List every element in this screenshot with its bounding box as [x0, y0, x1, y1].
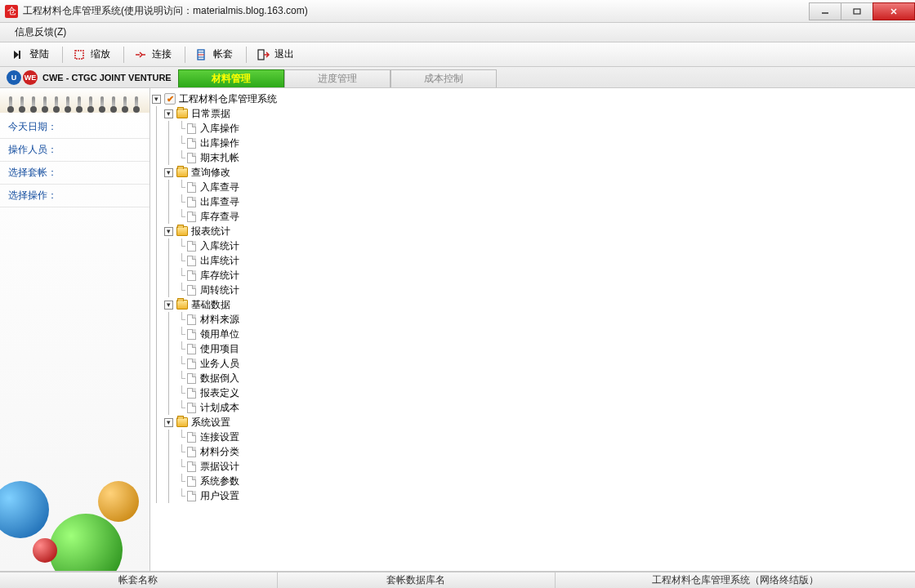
file-icon [185, 387, 197, 399]
check-icon: ✔ [164, 93, 176, 105]
tree-node-label: 出库查寻 [200, 195, 239, 209]
file-icon [185, 255, 197, 266]
status-account-name: 帐套名称 [0, 572, 278, 588]
close-button[interactable] [873, 2, 915, 20]
tree-node-label: 入库操作 [200, 122, 239, 136]
tree-item-4-3[interactable]: 系统参数 [152, 474, 913, 488]
tree-group-0[interactable]: ▾日常票据 [152, 106, 913, 121]
nav-tree[interactable]: ▾✔工程材料仓库管理系统▾日常票据入库操作出库操作期末扎帐▾查询修改入库查寻出库… [150, 88, 915, 506]
accounts-icon [195, 48, 208, 61]
tree-node-label: 系统设置 [191, 416, 230, 430]
tree-item-2-0[interactable]: 入库统计 [152, 238, 913, 253]
file-icon [185, 284, 197, 296]
minimize-button[interactable] [809, 2, 841, 20]
tabstrip: U WE CWE - CTGC JOINT VENTURE 材料管理 进度管理 … [0, 67, 915, 88]
file-icon [185, 181, 197, 193]
tree-node-label: 日常票据 [191, 107, 230, 121]
tree-group-3[interactable]: ▾基础数据 [152, 297, 913, 312]
tree-item-3-1[interactable]: 领用单位 [152, 327, 913, 341]
tree-toggle-icon[interactable]: ▾ [164, 418, 173, 427]
operator-row: 操作人员： [0, 139, 150, 162]
accounts-button[interactable]: 帐套 [190, 45, 238, 64]
tree-group-4[interactable]: ▾系统设置 [152, 415, 913, 430]
tree-node-label: 出库操作 [200, 136, 239, 150]
tree-node-label: 报表统计 [191, 225, 230, 238]
file-icon [185, 461, 197, 472]
exit-button[interactable]: 退出 [252, 45, 299, 64]
tree-toggle-icon[interactable]: ▾ [164, 301, 173, 310]
tree-node-label: 工程材料仓库管理系统 [179, 92, 277, 106]
accounts-label: 帐套 [213, 47, 233, 61]
tab-materials[interactable]: 材料管理 [178, 69, 284, 87]
tree-node-label: 报表定义 [200, 386, 239, 400]
zoom-icon [73, 48, 86, 61]
tree-toggle-icon[interactable]: ▾ [164, 168, 173, 177]
decorative-spheres [0, 436, 150, 571]
tree-item-3-5[interactable]: 报表定义 [152, 385, 913, 400]
status-app-edition: 工程材料仓库管理系统（网络终结版） [556, 572, 915, 588]
tree-node-label: 材料来源 [200, 313, 239, 327]
tree-group-2[interactable]: ▾报表统计 [152, 224, 913, 238]
tree-toggle-icon[interactable]: ▾ [164, 227, 173, 236]
tree-panel: ▾✔工程材料仓库管理系统▾日常票据入库操作出库操作期末扎帐▾查询修改入库查寻出库… [150, 88, 915, 571]
tree-node-label: 业务人员 [200, 357, 239, 371]
tree-item-4-4[interactable]: 用户设置 [152, 488, 913, 503]
tab-cost[interactable]: 成本控制 [391, 69, 497, 87]
tree-item-4-0[interactable]: 连接设置 [152, 430, 913, 444]
logo-text: CWE - CTGC JOINT VENTURE [42, 73, 172, 82]
tree-node-label: 领用单位 [200, 327, 239, 341]
tree-item-4-1[interactable]: 材料分类 [152, 444, 913, 459]
tree-node-label: 票据设计 [200, 460, 239, 474]
tree-toggle-icon[interactable]: ▾ [164, 109, 173, 118]
tree-item-2-1[interactable]: 出库统计 [152, 253, 913, 268]
tree-group-1[interactable]: ▾查询修改 [152, 165, 913, 180]
tree-toggle-icon[interactable]: ▾ [152, 95, 161, 104]
maximize-button[interactable] [841, 2, 873, 20]
tree-item-1-2[interactable]: 库存查寻 [152, 209, 913, 224]
file-icon [185, 402, 197, 413]
main-area: 今天日期： 操作人员： 选择套帐： 选择操作： ▾✔工程材料仓库管理系统▾日常票… [0, 88, 915, 572]
operation-row: 选择操作： [0, 185, 150, 207]
status-db-name: 套帐数据库名 [278, 572, 556, 588]
toolbar-separator [123, 47, 124, 63]
tree-node-label: 期末扎帐 [200, 151, 239, 165]
tree-node-label: 用户设置 [200, 489, 239, 503]
tree-item-4-2[interactable]: 票据设计 [152, 459, 913, 474]
svg-rect-10 [258, 50, 264, 60]
tree-item-3-3[interactable]: 业务人员 [152, 356, 913, 371]
tree-item-2-3[interactable]: 周转统计 [152, 283, 913, 297]
login-button[interactable]: 登陆 [7, 45, 54, 64]
svg-rect-4 [19, 51, 20, 59]
tree-item-1-1[interactable]: 出库查寻 [152, 194, 913, 209]
svg-rect-5 [75, 51, 83, 59]
tree-item-3-6[interactable]: 计划成本 [152, 400, 913, 415]
left-panel: 今天日期： 操作人员： 选择套帐： 选择操作： [0, 88, 150, 571]
window-titlebar: 仓 工程材料仓库管理系统(使用说明访问：materialmis.blog.163… [0, 0, 915, 23]
folder-icon [176, 416, 188, 428]
tree-item-3-2[interactable]: 使用项目 [152, 341, 913, 356]
tree-item-3-0[interactable]: 材料来源 [152, 312, 913, 327]
tab-progress[interactable]: 进度管理 [284, 69, 391, 87]
toolbar-separator [62, 47, 63, 63]
toolbar: 登陆 缩放 连接 帐套 退出 [0, 42, 915, 67]
file-icon [185, 358, 197, 369]
file-icon [185, 270, 197, 281]
tree-item-0-2[interactable]: 期末扎帐 [152, 150, 913, 165]
exit-label: 退出 [274, 47, 294, 61]
tree-item-3-4[interactable]: 数据倒入 [152, 371, 913, 385]
menubar: 信息反馈(Z) [0, 23, 915, 42]
tree-item-2-2[interactable]: 库存统计 [152, 268, 913, 283]
zoom-button[interactable]: 缩放 [68, 45, 115, 64]
file-icon [185, 431, 197, 443]
connect-label: 连接 [152, 47, 172, 61]
tree-item-1-0[interactable]: 入库查寻 [152, 180, 913, 194]
tree-item-0-0[interactable]: 入库操作 [152, 121, 913, 136]
menu-feedback[interactable]: 信息反馈(Z) [8, 24, 73, 41]
tree-item-0-1[interactable]: 出库操作 [152, 136, 913, 150]
account-row: 选择套帐： [0, 162, 150, 185]
tree-node-label: 使用项目 [200, 342, 239, 356]
file-icon [185, 211, 197, 222]
tree-root[interactable]: ▾✔工程材料仓库管理系统 [152, 91, 913, 106]
connect-button[interactable]: 连接 [129, 45, 176, 64]
login-label: 登陆 [29, 47, 49, 61]
